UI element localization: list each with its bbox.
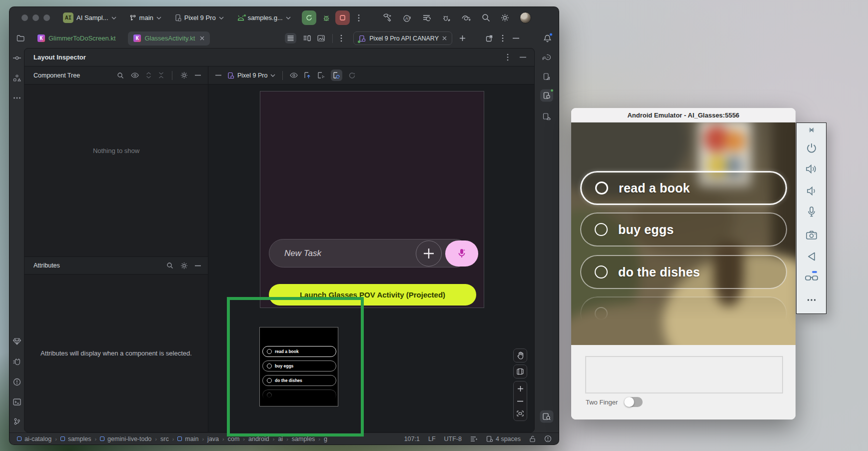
emulator-titlebar[interactable]: Android Emulator - AI_Glasses:5556 bbox=[571, 108, 796, 122]
camera-icon[interactable] bbox=[806, 230, 818, 240]
power-icon[interactable] bbox=[806, 142, 817, 154]
zoom-in-button[interactable] bbox=[517, 386, 524, 392]
close-device-tab-icon[interactable] bbox=[442, 36, 447, 40]
editor-tab-glassesactivity[interactable]: K GlassesActivity.kt bbox=[128, 32, 210, 46]
expand-all-icon[interactable] bbox=[146, 72, 151, 78]
settings-gear-icon[interactable] bbox=[501, 14, 509, 22]
project-selector[interactable]: AI AI Sampl... bbox=[63, 12, 116, 23]
microphone-icon[interactable] bbox=[807, 206, 816, 218]
voice-input-button[interactable] bbox=[445, 240, 478, 266]
editor-tab-glimmertodoscreen[interactable]: K GlimmerToDoScreen.kt bbox=[32, 32, 121, 46]
glasses-icon[interactable] bbox=[805, 274, 818, 282]
profiler-bug-icon[interactable] bbox=[442, 14, 451, 22]
volume-up-icon[interactable] bbox=[806, 164, 818, 174]
indent-size[interactable]: 4 spaces bbox=[486, 436, 521, 442]
collapse-toolbar-minus-icon[interactable] bbox=[215, 74, 221, 76]
collapse-all-icon[interactable] bbox=[158, 72, 164, 78]
panel-options-kebab-icon[interactable] bbox=[507, 54, 509, 61]
more-options-icon[interactable] bbox=[807, 299, 816, 302]
search-everywhere-icon[interactable] bbox=[482, 14, 490, 22]
emulator-todo-pill[interactable]: read a book bbox=[580, 171, 787, 205]
search-icon[interactable] bbox=[166, 262, 173, 269]
hide-component-tree-icon[interactable] bbox=[195, 74, 201, 76]
editor-options-kebab-icon[interactable] bbox=[340, 34, 342, 42]
volume-down-icon[interactable] bbox=[807, 186, 817, 196]
commit-tool-icon[interactable] bbox=[12, 56, 21, 60]
add-device-plus-icon[interactable] bbox=[459, 35, 466, 42]
device-manager-icon[interactable] bbox=[543, 73, 551, 80]
split-view-icon[interactable] bbox=[303, 35, 311, 42]
refresh-icon[interactable] bbox=[348, 72, 356, 79]
gradle-tool-icon[interactable] bbox=[542, 54, 552, 61]
search-icon[interactable] bbox=[117, 72, 124, 79]
close-tab-icon[interactable] bbox=[200, 36, 204, 40]
target-device-selector[interactable]: Pixel 9 Pro bbox=[174, 14, 224, 22]
run-tasks-list-icon[interactable] bbox=[422, 14, 431, 22]
emulator-todo-pill[interactable]: buy eggs bbox=[580, 212, 787, 246]
zoom-to-fit-button[interactable] bbox=[517, 410, 524, 416]
terminal-icon[interactable] bbox=[13, 398, 21, 406]
file-encoding[interactable]: UTF-8 bbox=[444, 436, 462, 442]
rerun-button[interactable] bbox=[302, 10, 316, 25]
running-devices-tool-icon[interactable] bbox=[540, 90, 553, 102]
breadcrumb-item[interactable]: java bbox=[207, 436, 219, 442]
project-folder-icon[interactable] bbox=[16, 34, 25, 42]
build-project-icon[interactable] bbox=[383, 14, 392, 22]
sketch-diamond-icon[interactable] bbox=[12, 338, 21, 346]
structure-tool-icon[interactable] bbox=[13, 74, 21, 82]
gemini-ai-icon[interactable] bbox=[461, 14, 471, 22]
more-run-actions-kebab-icon[interactable] bbox=[358, 14, 360, 22]
snapshot-export-icon[interactable] bbox=[304, 72, 311, 79]
preview-image-icon[interactable] bbox=[317, 35, 325, 42]
touchpad-area[interactable] bbox=[585, 356, 783, 394]
breadcrumb-item[interactable]: ai-catalog bbox=[17, 436, 51, 442]
debug-button[interactable] bbox=[322, 14, 330, 22]
caret-position[interactable]: 107:1 bbox=[404, 436, 420, 442]
emulator-screen[interactable]: read a book buy eggs do the dishes bbox=[571, 122, 796, 345]
breadcrumb-item[interactable]: gemini-live-todo bbox=[100, 436, 151, 442]
breadcrumb-item[interactable]: src bbox=[160, 436, 169, 442]
view-options-eye-icon[interactable] bbox=[290, 72, 298, 78]
notifications-bell-icon[interactable] bbox=[543, 34, 552, 42]
zoom-window-button[interactable] bbox=[43, 14, 50, 21]
3d-mode-button[interactable] bbox=[513, 364, 527, 378]
running-device-tab[interactable]: Pixel 9 Pro API CANARY bbox=[353, 32, 452, 45]
breadcrumb-item[interactable]: samples bbox=[60, 436, 91, 442]
editor-view-mode-icon[interactable] bbox=[285, 33, 296, 44]
breadcrumb-item[interactable]: main bbox=[177, 436, 198, 442]
open-in-new-window-icon[interactable] bbox=[486, 35, 493, 42]
coverage-cat-icon[interactable] bbox=[12, 358, 21, 366]
emulator-todo-pill[interactable]: do the dishes bbox=[580, 255, 787, 289]
stop-button[interactable] bbox=[335, 10, 350, 25]
zoom-out-button[interactable] bbox=[517, 400, 523, 402]
close-window-button[interactable] bbox=[21, 14, 28, 21]
minimize-panel-icon[interactable] bbox=[520, 54, 526, 61]
minimize-window-button[interactable] bbox=[32, 14, 39, 21]
indent-options-icon[interactable] bbox=[470, 436, 478, 442]
more-tools-icon[interactable] bbox=[13, 97, 20, 99]
hide-panel-minimize-icon[interactable] bbox=[513, 38, 519, 39]
minimize-emulator-icon[interactable] bbox=[809, 130, 814, 131]
gear-icon[interactable] bbox=[180, 262, 188, 270]
problems-icon[interactable] bbox=[13, 378, 21, 386]
hide-attributes-icon[interactable] bbox=[195, 265, 201, 266]
snapshot-import-icon[interactable] bbox=[317, 72, 325, 79]
app-quality-insights-icon[interactable] bbox=[543, 113, 551, 120]
projected-app-screen[interactable]: New Task Launch Glasses POV Activity (Pr… bbox=[260, 91, 484, 308]
run-configuration-selector[interactable]: samples.g... bbox=[237, 14, 291, 22]
unlocked-icon[interactable] bbox=[529, 436, 536, 442]
two-finger-toggle[interactable] bbox=[624, 397, 643, 407]
inspection-status-icon[interactable] bbox=[544, 435, 552, 442]
branch-selector[interactable]: main bbox=[129, 14, 161, 22]
back-icon[interactable] bbox=[807, 252, 816, 262]
rename-refactor-icon[interactable]: A bbox=[403, 14, 412, 22]
visibility-eye-icon[interactable] bbox=[131, 72, 139, 78]
gear-icon[interactable] bbox=[180, 72, 188, 79]
inspector-device-selector[interactable]: Pixel 9 Pro bbox=[227, 72, 275, 79]
live-updates-toggle-icon[interactable] bbox=[331, 70, 342, 81]
line-separator[interactable]: LF bbox=[428, 436, 436, 442]
device-panel-kebab-icon[interactable] bbox=[502, 34, 504, 42]
add-task-button[interactable] bbox=[416, 240, 442, 266]
pan-hand-tool-button[interactable] bbox=[513, 348, 527, 362]
new-task-input[interactable]: New Task bbox=[269, 239, 470, 268]
